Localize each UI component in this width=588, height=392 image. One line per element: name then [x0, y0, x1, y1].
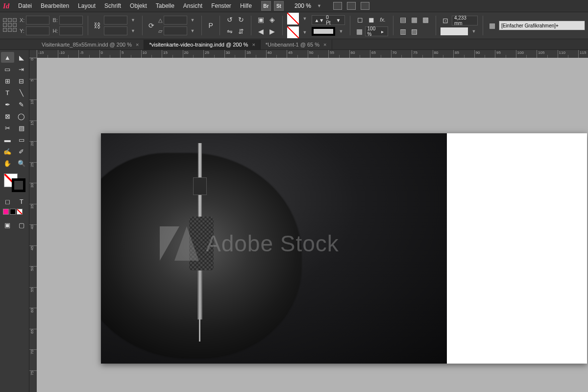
ellipse-tool[interactable]: ◯: [15, 111, 28, 122]
swatch-preview[interactable]: [441, 27, 468, 35]
wrap-shape-icon[interactable]: ▩: [421, 15, 431, 24]
rotate-icon[interactable]: ⟳: [147, 21, 155, 30]
opacity-icon: ▦: [355, 26, 363, 36]
menu-type[interactable]: Schrift: [100, 0, 125, 11]
reference-point-proxy[interactable]: [3, 18, 17, 33]
ruler-horizontal[interactable]: -15-10-505101520253035404550556065707580…: [37, 50, 588, 58]
apply-color-icon[interactable]: [3, 209, 9, 215]
zoom-combo[interactable]: 200 % ▼: [292, 1, 323, 10]
w-input[interactable]: [59, 16, 83, 24]
view-mode-2-icon[interactable]: [347, 2, 356, 10]
stroke-weight-combo[interactable]: ▲▼0 Pt▼: [312, 15, 345, 25]
x-input[interactable]: [26, 16, 49, 24]
stroke-style-swatch[interactable]: [312, 27, 335, 36]
frame-fit-icon[interactable]: ⊡: [441, 16, 450, 25]
wrap-col-icon[interactable]: ▨: [410, 26, 419, 36]
menu-object[interactable]: Objekt: [125, 0, 151, 11]
ref-dim-combo[interactable]: 4,233 mm: [452, 16, 478, 25]
opacity-combo[interactable]: 100 %▸: [365, 26, 388, 36]
gradient-feather-tool[interactable]: ▭: [15, 134, 28, 145]
menu-help[interactable]: Hilfe: [236, 0, 256, 11]
view-mode-1-icon[interactable]: [333, 2, 342, 10]
drop-shadow-icon[interactable]: ◼: [367, 15, 376, 24]
wrap-jump-icon[interactable]: ▥: [398, 26, 408, 36]
y-input[interactable]: [26, 26, 49, 35]
bridge-button[interactable]: Br: [261, 1, 271, 11]
zoom-tool[interactable]: 🔍: [15, 158, 28, 169]
hand-tool[interactable]: ✋: [1, 158, 14, 169]
close-icon[interactable]: ×: [136, 42, 139, 48]
select-content-icon[interactable]: ◈: [268, 15, 277, 24]
app-brand: Id: [3, 2, 14, 10]
scale-y-input[interactable]: [104, 26, 127, 35]
menu-table[interactable]: Tabelle: [151, 0, 179, 11]
page-tool[interactable]: ▭: [1, 64, 14, 74]
menu-edit[interactable]: Bearbeiten: [36, 0, 74, 11]
view-mode-preview[interactable]: ▢: [15, 220, 28, 230]
flip-h-icon[interactable]: ⇋: [225, 26, 235, 36]
scissors-tool[interactable]: ✂: [1, 122, 14, 133]
apply-gradient-icon[interactable]: [10, 209, 16, 215]
y-label: Y:: [20, 28, 24, 34]
constrain-icon[interactable]: ⛓: [93, 21, 101, 30]
rotate-input[interactable]: [164, 16, 187, 24]
menu-layout[interactable]: Layout: [74, 0, 100, 11]
object-style-combo[interactable]: [Einfacher Grafikrahmen]+: [499, 21, 585, 30]
selection-tool[interactable]: ▲: [1, 52, 14, 63]
menu-window[interactable]: Fenster: [207, 0, 236, 11]
close-icon[interactable]: ×: [323, 42, 326, 48]
gradient-swatch-tool[interactable]: ▬: [1, 134, 14, 145]
select-container-icon[interactable]: ▣: [256, 15, 266, 24]
wrap-none-icon[interactable]: ▤: [398, 15, 408, 24]
line-tool[interactable]: ╲: [15, 87, 28, 98]
ruler-origin[interactable]: [29, 50, 37, 58]
stock-watermark: Adobe Stock: [160, 226, 437, 261]
align-panel-icon[interactable]: ▦: [488, 21, 496, 30]
close-icon[interactable]: ×: [252, 42, 255, 48]
fill-swatch[interactable]: [287, 13, 299, 24]
wrap-bbox-icon[interactable]: ▦: [410, 15, 419, 24]
menu-view[interactable]: Ansicht: [179, 0, 207, 11]
scale-x-input[interactable]: [104, 16, 127, 24]
doc-tab-1[interactable]: Visitenkarte_85x55mm.indd @ 200 %×: [37, 40, 144, 49]
stock-button[interactable]: St: [274, 1, 284, 11]
pen-tool[interactable]: ✒: [1, 99, 14, 110]
pencil-tool[interactable]: ✎: [15, 99, 28, 110]
content-collector-tool[interactable]: ⊞: [1, 75, 14, 86]
fill-stroke-proxy[interactable]: [4, 173, 25, 192]
doc-tab-3[interactable]: *Unbenannt-1 @ 65 %×: [261, 40, 332, 49]
menu-file[interactable]: Datei: [14, 0, 36, 11]
note-tool[interactable]: ✍: [1, 146, 14, 157]
rotate-cw-icon[interactable]: ↻: [236, 15, 246, 24]
direct-selection-tool[interactable]: ◣: [15, 52, 28, 63]
document-canvas[interactable]: -15-10-505101520253035404550556065707580…: [29, 50, 588, 392]
view-mode-normal[interactable]: ▣: [1, 220, 14, 230]
zoom-value: 200 %: [292, 1, 314, 10]
view-mode-3-icon[interactable]: [361, 2, 369, 10]
flip-v-icon[interactable]: ⇵: [236, 26, 246, 36]
format-container-icon[interactable]: ◻: [1, 196, 14, 207]
format-text-icon[interactable]: T: [15, 196, 28, 207]
select-next-icon[interactable]: ▶: [268, 26, 277, 36]
h-input[interactable]: [59, 26, 83, 35]
doc-tab-2[interactable]: *visitenkarte-video-training.indd @ 200 …: [144, 40, 260, 49]
apply-none-icon[interactable]: [17, 209, 23, 215]
gap-tool[interactable]: ⇥: [15, 64, 28, 74]
tools-panel: ▲◣ ▭⇥ ⊞⊟ T╲ ✒✎ ⊠◯ ✂▨ ▬▭ ✍✐ ✋🔍 ◻T ▣▢: [0, 50, 29, 392]
stroke-swatch-small[interactable]: [287, 26, 299, 38]
fx-icon[interactable]: fx.: [378, 15, 388, 24]
select-prev-icon[interactable]: ◀: [256, 26, 266, 36]
eyedropper-tool[interactable]: ✐: [15, 146, 28, 157]
page-spread: Adobe Stock: [101, 133, 587, 364]
rectangle-frame-tool[interactable]: ⊠: [1, 111, 14, 122]
ruler-vertical[interactable]: 051015202530354045505560657075: [29, 58, 37, 392]
corner-options-icon[interactable]: ◻: [355, 15, 365, 24]
free-transform-tool[interactable]: ▨: [15, 122, 28, 133]
char-format-icon[interactable]: P: [207, 21, 215, 30]
content-placer-tool[interactable]: ⊟: [15, 75, 28, 86]
shear-input[interactable]: [164, 26, 187, 35]
rotate-ccw-icon[interactable]: ↺: [225, 15, 235, 24]
type-tool[interactable]: T: [1, 87, 14, 98]
chevron-down-icon: ▼: [315, 3, 323, 8]
graphic-frame[interactable]: Adobe Stock: [101, 133, 447, 364]
